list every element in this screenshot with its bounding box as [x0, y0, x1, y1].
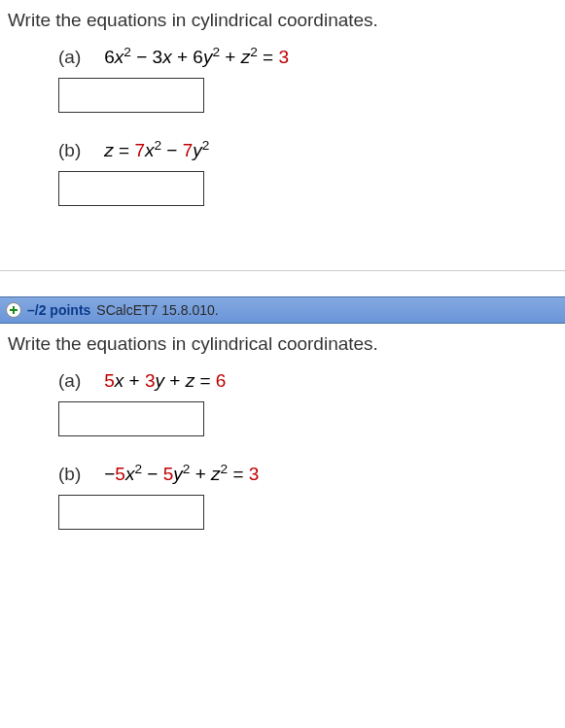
part-b-label-2: (b)	[58, 464, 81, 485]
part-b-row: (b) z = 7x2 − 7y2	[8, 140, 557, 161]
question-1-prompt: Write the equations in cylindrical coord…	[8, 10, 557, 31]
question-1-part-a: (a) 6x2 − 3x + 6y2 + z2 = 3	[8, 47, 557, 113]
question-2-part-b: (b) −5x2 − 5y2 + z2 = 3	[8, 464, 557, 530]
question-2-part-a: (a) 5x + 3y + z = 6	[8, 370, 557, 436]
part-a-label-2: (a)	[58, 370, 81, 392]
points-label: –/2 points	[27, 302, 90, 318]
part-b-label: (b)	[58, 140, 81, 161]
answer-input-wrap-2a	[8, 401, 557, 436]
answer-input-wrap-2b	[8, 495, 557, 530]
source-label: SCalcET7 15.8.010.	[96, 302, 218, 318]
expand-icon[interactable]	[6, 302, 21, 318]
question-header-bar: –/2 points SCalcET7 15.8.010.	[0, 296, 565, 324]
answer-input-1a[interactable]	[58, 78, 204, 113]
part-b-row-2: (b) −5x2 − 5y2 + z2 = 3	[8, 464, 557, 485]
answer-input-wrap-1b	[8, 171, 557, 206]
equation-1b: z = 7x2 − 7y2	[104, 140, 209, 161]
question-1: Write the equations in cylindrical coord…	[0, 0, 565, 253]
part-a-row-2: (a) 5x + 3y + z = 6	[8, 370, 557, 392]
part-a-label: (a)	[58, 47, 81, 68]
answer-input-2b[interactable]	[58, 495, 204, 530]
equation-2a: 5x + 3y + z = 6	[104, 370, 226, 392]
answer-input-1b[interactable]	[58, 171, 204, 206]
equation-1a: 6x2 − 3x + 6y2 + z2 = 3	[104, 47, 289, 68]
divider	[0, 270, 565, 271]
part-a-row: (a) 6x2 − 3x + 6y2 + z2 = 3	[8, 47, 557, 68]
question-2-prompt: Write the equations in cylindrical coord…	[8, 333, 557, 355]
question-1-part-b: (b) z = 7x2 − 7y2	[8, 140, 557, 206]
answer-input-2a[interactable]	[58, 401, 204, 436]
equation-2b: −5x2 − 5y2 + z2 = 3	[104, 464, 259, 485]
answer-input-wrap-1a	[8, 78, 557, 113]
question-2: Write the equations in cylindrical coord…	[0, 324, 565, 576]
